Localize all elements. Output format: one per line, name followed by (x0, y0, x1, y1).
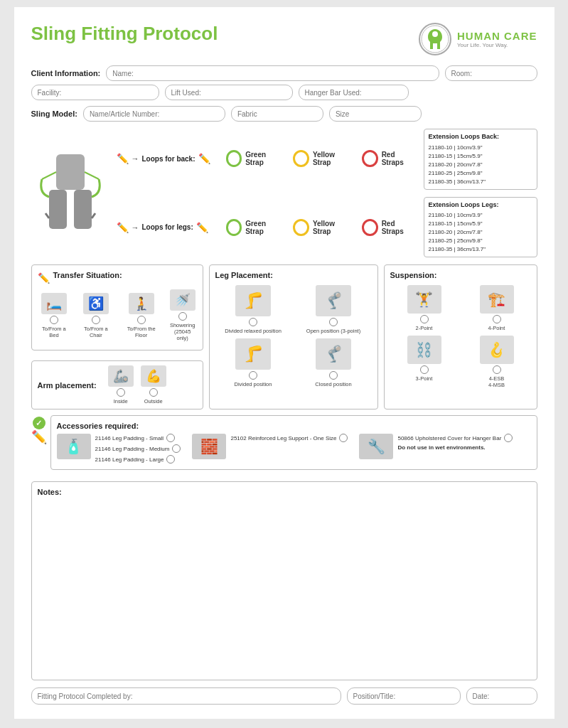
transfer-options: 🛏️ To/From a Bed ♿ To/From a Chair 🧎 To/… (38, 289, 197, 341)
acc-leg-padding-medium-radio[interactable] (172, 444, 181, 453)
acc-hanger-cover-radio[interactable] (504, 434, 513, 442)
transfer-bed-radio[interactable] (50, 316, 58, 324)
susp-4point-label: 4-Point (488, 325, 505, 331)
susp-2point-radio[interactable] (420, 315, 429, 323)
susp-4esb-icon: 🪝 (480, 336, 514, 364)
ext-back-item-1: 21180-15 | 15cm/5.9" (429, 152, 532, 161)
leg-open-label: Open position (3-point) (306, 328, 360, 334)
date-input[interactable] (466, 687, 537, 705)
acc-leg-padding-large[interactable]: 21146 Leg Padding - Large (95, 455, 181, 464)
lift-input[interactable] (165, 85, 293, 100)
acc-leg-support-radio[interactable] (339, 434, 348, 442)
acc-leg-padding-large-radio[interactable] (166, 455, 175, 464)
footer-row (31, 687, 537, 705)
transfer-shower-radio[interactable] (178, 312, 187, 321)
yellow-strap-back[interactable]: Yellow Strap (293, 150, 352, 167)
acc-leg-padding-small-label: 21146 Leg Padding - Small (95, 435, 164, 441)
leg-divided-radio[interactable] (249, 371, 257, 380)
transfer-floor-label: To/From the Floor (121, 326, 161, 338)
leg-divided-icon: 🦵 (235, 338, 271, 370)
acc-hanger-cover[interactable]: 50866 Upholstered Cover for Hanger Bar (397, 434, 513, 442)
page-title: Sling Fitting Protocol (31, 23, 218, 45)
acc-leg-padding-small-radio[interactable] (166, 434, 175, 442)
room-input[interactable] (445, 65, 537, 81)
hanger-input[interactable] (299, 85, 409, 100)
susp-3point[interactable]: ⛓️ 3-Point (390, 336, 459, 388)
leg-divided-relaxed[interactable]: 🦵 Divided relaxed position (215, 285, 291, 334)
ext-back-title: Extension Loops Back: (429, 132, 532, 142)
suspension-section: Suspension: 🏋️ 2-Point 🏗️ 4-Point ⛓️ 3-P… (384, 264, 537, 410)
susp-4esb-radio[interactable] (493, 365, 501, 374)
extension-loops-back-box: Extension Loops Back: 21180-10 | 10cm/3.… (424, 129, 537, 190)
header: Sling Fitting Protocol HUMAN CARE Your L… (31, 23, 537, 55)
acc-leg-padding-medium[interactable]: 21146 Leg Padding - Medium (95, 444, 181, 453)
arm-inside-radio[interactable] (117, 388, 125, 397)
red-strap-back[interactable]: Red Straps (362, 150, 417, 167)
susp-4esb[interactable]: 🪝 4-ESB4-MSB (463, 336, 531, 388)
position-input[interactable] (347, 687, 461, 705)
yellow-strap-legs[interactable]: Yellow Strap (293, 219, 352, 236)
svg-rect-2 (56, 154, 85, 190)
susp-2point[interactable]: 🏋️ 2-Point (390, 285, 459, 331)
leg-divided[interactable]: 🦵 Divided position (215, 338, 291, 387)
legs-strap-label: Loops for legs: (142, 223, 193, 231)
leg-options: 🦵 Divided relaxed position 🦿 Open positi… (215, 285, 372, 387)
svg-line-5 (42, 172, 56, 179)
fabric-input[interactable] (231, 106, 323, 122)
logo-tagline: Your Life. Your Way. (457, 42, 537, 48)
strap-row-back: ✏️ → Loops for back: ✏️ Green Strap Yell… (117, 150, 417, 167)
green-strap-back[interactable]: Green Strap (226, 150, 284, 167)
logo-area: HUMAN CARE Your Life. Your Way. (419, 23, 537, 55)
transfer-bed[interactable]: 🛏️ To/From a Bed (38, 293, 71, 338)
arm-inside-icon: 🦾 (108, 365, 134, 387)
svg-line-7 (45, 213, 49, 218)
transfer-chair-radio[interactable] (92, 316, 100, 324)
facility-input[interactable] (31, 85, 159, 100)
svg-rect-4 (74, 190, 92, 229)
acc-leg-padding-small[interactable]: 21146 Leg Padding - Small (95, 434, 181, 442)
ext-legs-item-4: 21180-35 | 36cm/13.7" (429, 245, 532, 254)
ext-legs-item-2: 21180-20 | 20cm/7.8" (429, 228, 532, 237)
article-input[interactable] (83, 106, 225, 122)
susp-4point[interactable]: 🏗️ 4-Point (463, 285, 531, 331)
acc-wet-warning-label: Do not use in wet environments. (397, 444, 485, 451)
susp-4point-radio[interactable] (493, 315, 501, 323)
leg-divided-relaxed-icon: 🦵 (235, 285, 271, 316)
susp-3point-radio[interactable] (420, 365, 429, 374)
name-input[interactable] (106, 65, 439, 81)
transfer-floor-radio[interactable] (137, 316, 146, 324)
arm-placement-section: Arm placement: 🦾 Inside 💪 Outside (31, 360, 203, 410)
transfer-section: ✏️ Transfer Situation: 🛏️ To/From a Bed … (31, 264, 203, 350)
green-strap-legs[interactable]: Green Strap (226, 219, 284, 236)
ext-back-item-4: 21180-35 | 36cm/13.7" (429, 178, 532, 186)
leg-closed[interactable]: 🦿 Closed position (296, 338, 372, 387)
leg-divided-relaxed-radio[interactable] (249, 318, 257, 326)
size-input[interactable] (329, 106, 422, 122)
completed-by-input[interactable] (31, 687, 341, 705)
acc-leg-support[interactable]: 25102 Reinforced Leg Support - One Size (230, 434, 348, 442)
leg-open[interactable]: 🦿 Open position (3-point) (296, 285, 372, 334)
transfer-floor[interactable]: 🧎 To/From the Floor (121, 293, 161, 338)
transfer-title: Transfer Situation: (53, 271, 122, 279)
leg-open-radio[interactable] (329, 318, 338, 326)
transfer-shower-icon: 🚿 (170, 289, 195, 311)
arm-placement-label: Arm placement: (38, 381, 97, 390)
leg-closed-radio[interactable] (329, 371, 338, 380)
arm-outside-radio[interactable] (149, 388, 158, 397)
logo-icon (419, 23, 451, 55)
transfer-chair-label: To/From a Chair (77, 326, 114, 338)
straps-section: ✏️ → Loops for back: ✏️ Green Strap Yell… (31, 129, 537, 257)
transfer-chair[interactable]: ♿ To/From a Chair (77, 293, 114, 338)
transfer-shower-label: Showering(25045 only) (168, 322, 197, 341)
transfer-shower[interactable]: 🚿 Showering(25045 only) (168, 289, 197, 341)
ext-legs-title: Extension Loops Legs: (429, 200, 532, 210)
yellow-strap-back-label: Yellow Strap (313, 151, 352, 166)
arm-inside-label: Inside (114, 398, 128, 405)
arm-outside[interactable]: 💪 Outside (141, 365, 166, 405)
red-strap-legs[interactable]: Red Straps (362, 219, 417, 236)
notes-textarea[interactable] (38, 502, 531, 665)
ext-back-item-2: 21180-20 | 20cm/7.8" (429, 161, 532, 169)
back-strap-label: Loops for back: (142, 155, 195, 163)
strap-rows: ✏️ → Loops for back: ✏️ Green Strap Yell… (117, 129, 417, 257)
arm-inside[interactable]: 🦾 Inside (108, 365, 134, 405)
